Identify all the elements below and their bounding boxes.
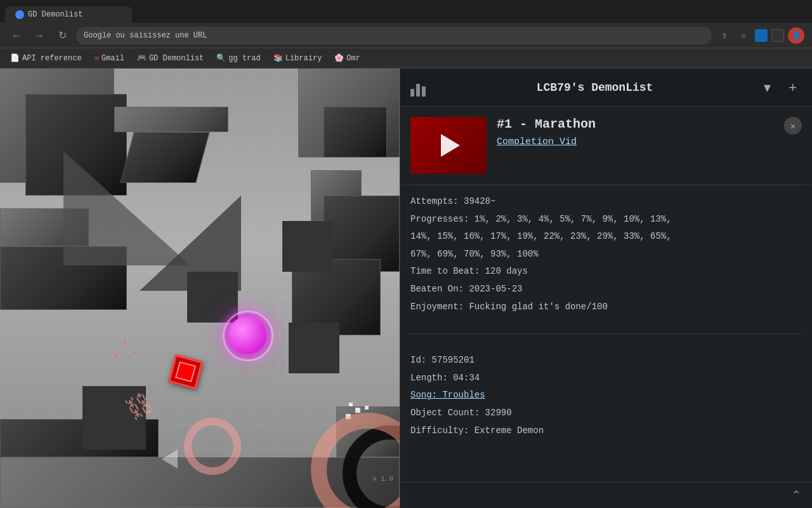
tab-title: GD Demonlist	[28, 10, 82, 19]
gd-background: ⛓ v 1.0	[0, 69, 400, 508]
dark-block	[289, 323, 339, 373]
particle	[114, 354, 117, 357]
bookmark-gg-icon: 🔍	[216, 53, 226, 63]
profile-icon[interactable]: 👤	[788, 27, 804, 44]
bookmark-gmail[interactable]: ✉ Gmail	[89, 51, 129, 65]
main-area: ⛓ v 1.0	[0, 69, 812, 508]
difficulty-stat: Difficulty: Extreme Demon	[410, 425, 802, 438]
meta-section: Id: 57595201 Length: 04:34 Song: Trouble…	[400, 344, 812, 452]
level-entry: #1 - Marathon Completion Vid ✕	[400, 107, 812, 185]
bookmark-gg-label: gg trad	[228, 54, 260, 63]
bookmark-gd-label: GD Demonlist	[149, 54, 204, 63]
progresses-stat-3: 67%, 69%, 70%, 93%, 100%	[410, 248, 802, 261]
dropdown-button[interactable]: ▾	[759, 77, 776, 98]
ring-shape	[184, 418, 241, 475]
address-text: Google ou saisissez une URL	[84, 31, 207, 40]
toolbar-icons: ⇧ ☆ 👤	[717, 27, 804, 44]
active-tab[interactable]: GD Demonlist	[5, 6, 132, 23]
bookmark-gd-demonlist[interactable]: 🎮 GD Demonlist	[132, 51, 209, 65]
bookmark-lib-icon: 📚	[273, 53, 283, 63]
add-button[interactable]: +	[783, 77, 802, 98]
bookmark-omr-label: Omr	[346, 54, 360, 63]
panel-content: #1 - Marathon Completion Vid ✕ Attempts:…	[400, 107, 812, 482]
bar1	[410, 89, 414, 97]
extension-icon1[interactable]	[755, 29, 768, 42]
bookmark-api-ref[interactable]: 📄 API reference	[5, 51, 87, 65]
game-area: ⛓ v 1.0	[0, 69, 400, 508]
stats-section: Attempts: 39428~ Progresses: 1%, 2%, 3%,…	[400, 185, 812, 328]
bookmark-gg-trad[interactable]: 🔍 gg trad	[211, 51, 265, 65]
panel-footer: ⌃	[400, 482, 812, 508]
time-to-beat-stat: Time to Beat: 120 days	[410, 265, 802, 278]
divider-2	[410, 333, 802, 334]
chart-icon[interactable]	[410, 77, 431, 98]
pixel-decoration	[355, 408, 360, 413]
platform-tile	[324, 107, 387, 157]
bookmark-api-ref-icon: 📄	[10, 53, 20, 63]
bookmark-lib-label: Librairy	[285, 54, 322, 63]
attempts-stat: Attempts: 39428~	[410, 196, 802, 208]
dark-block	[187, 272, 238, 323]
bookmarks-bar: 📄 API reference ✉ Gmail 🎮 GD Demonlist 🔍…	[0, 48, 812, 69]
enjoyment-stat: Enjoyment: Fucking glad it's done/100	[410, 301, 802, 314]
platform-tile	[114, 107, 228, 132]
address-bar[interactable]: Google ou saisissez une URL	[76, 27, 712, 44]
id-stat: Id: 57595201	[410, 354, 802, 367]
bookmark-api-ref-label: API reference	[22, 54, 82, 63]
dark-block	[282, 221, 333, 272]
demonlist-panel: LCB79's DemonList ▾ + #1 - Marathon Comp…	[400, 69, 812, 508]
completion-vid-link[interactable]: Completion Vid	[497, 137, 774, 147]
browser-chrome: GD Demonlist ← → ↻ Google ou saisissez u…	[0, 0, 812, 69]
beaten-on-stat: Beaten On: 2023-05-23	[410, 283, 802, 296]
length-stat: Length: 04:34	[410, 372, 802, 385]
level-title: #1 - Marathon	[497, 117, 774, 131]
bar3	[422, 86, 426, 97]
bookmark-omr-icon: 🌸	[334, 53, 344, 63]
player-ball	[228, 316, 266, 354]
particle	[133, 351, 136, 354]
particle	[124, 342, 126, 344]
bookmark-omr[interactable]: 🌸 Omr	[329, 51, 365, 65]
bookmark-gmail-icon: ✉	[95, 53, 99, 63]
play-button[interactable]	[441, 134, 460, 157]
back-button[interactable]: ←	[8, 27, 25, 44]
forward-button[interactable]: →	[30, 27, 48, 44]
tab-bar: GD Demonlist	[0, 0, 812, 23]
pixel-decoration	[365, 406, 369, 410]
progresses-stat-1: Progresses: 1%, 2%, 3%, 4%, 5%, 7%, 9%, …	[410, 213, 802, 226]
close-button[interactable]: ✕	[784, 117, 802, 135]
level-thumbnail[interactable]	[410, 117, 487, 174]
version-text: v 1.0	[372, 475, 393, 483]
reload-button[interactable]: ↻	[53, 27, 71, 44]
object-count-stat: Object Count: 32990	[410, 407, 802, 420]
bookmark-gmail-label: Gmail	[102, 54, 124, 63]
star-icon[interactable]: ☆	[736, 28, 751, 43]
bar2	[416, 84, 420, 97]
bookmark-librairy[interactable]: 📚 Librairy	[268, 51, 327, 65]
left-arrow	[162, 450, 178, 469]
collapse-button[interactable]: ⌃	[791, 488, 802, 503]
share-icon[interactable]: ⇧	[717, 28, 732, 43]
close-button-container: ✕	[784, 117, 802, 174]
browser-toolbar: ← → ↻ Google ou saisissez une URL ⇧ ☆ 👤	[0, 23, 812, 48]
extension-icon2[interactable]	[771, 29, 784, 42]
panel-header: LCB79's DemonList ▾ +	[400, 69, 812, 107]
panel-title: LCB79's DemonList	[438, 81, 751, 94]
song-stat[interactable]: Song: Troubles	[410, 389, 802, 402]
tab-favicon	[15, 10, 24, 19]
progresses-stat-2: 14%, 15%, 16%, 17%, 19%, 22%, 23%, 29%, …	[410, 231, 802, 243]
level-info: #1 - Marathon Completion Vid	[497, 117, 774, 174]
bookmark-gd-icon: 🎮	[137, 53, 147, 63]
pixel-decoration	[349, 403, 353, 406]
